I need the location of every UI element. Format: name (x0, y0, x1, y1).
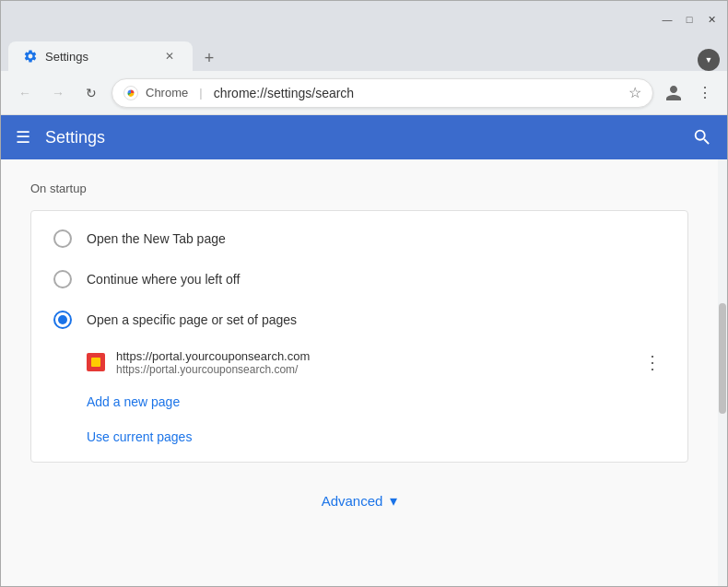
back-button[interactable]: ← (12, 80, 38, 106)
profile-button[interactable]: ▼ (698, 49, 720, 71)
tab-favicon-icon (23, 49, 38, 64)
site-favicon-icon (87, 353, 105, 371)
chrome-logo-icon (123, 86, 138, 100)
window-controls: — □ ✕ (659, 11, 720, 28)
startup-option-3[interactable]: Open a specific page or set of pages (31, 299, 687, 340)
hamburger-menu-icon[interactable]: ☰ (16, 127, 30, 147)
reload-button[interactable]: ↻ (78, 80, 104, 106)
close-button[interactable]: ✕ (703, 11, 720, 28)
forward-button[interactable]: → (45, 80, 71, 106)
content-inner: PC On startup Open the New Tab page Cont… (1, 159, 718, 586)
radio-button-1[interactable] (53, 229, 72, 248)
settings-page-title: Settings (45, 128, 692, 147)
scrollbar[interactable] (718, 159, 727, 586)
startup-option-1-label: Open the New Tab page (87, 231, 226, 246)
address-bar: ← → ↻ Chrome | chrome://settings/search … (1, 71, 727, 115)
url-text: chrome://settings/search (214, 86, 614, 100)
tab-label: Settings (45, 50, 154, 64)
add-new-page-container: Add a new page (31, 384, 687, 419)
search-icon[interactable] (692, 127, 712, 147)
url-entry: https://portal.yourcouponsearch.com http… (31, 340, 687, 384)
startup-option-1[interactable]: Open the New Tab page (31, 218, 687, 259)
advanced-section: Advanced ▾ (30, 477, 688, 524)
chrome-label: Chrome (146, 86, 188, 100)
url-texts: https://portal.yourcouponsearch.com http… (116, 349, 628, 376)
url-secondary-text: https://portal.yourcouponsearch.com/ (116, 363, 628, 376)
advanced-button[interactable]: Advanced (322, 493, 383, 509)
url-separator: | (199, 86, 202, 100)
radio-button-2[interactable] (53, 270, 72, 288)
user-icon[interactable] (661, 80, 687, 106)
use-current-pages-container: Use current pages (31, 419, 687, 454)
active-tab[interactable]: Settings ✕ (8, 41, 193, 71)
content-area: PC On startup Open the New Tab page Cont… (1, 159, 727, 586)
browser-frame: — □ ✕ Settings ✕ + ▼ ← → ↻ (0, 0, 728, 587)
radio-button-3[interactable] (53, 311, 72, 329)
use-current-pages-button[interactable]: Use current pages (87, 429, 192, 444)
startup-option-3-label: Open a specific page or set of pages (87, 312, 297, 327)
maximize-button[interactable]: □ (681, 11, 698, 28)
startup-option-2-label: Continue where you left off (87, 272, 240, 287)
url-entry-menu-button[interactable]: ⋮ (640, 347, 665, 377)
startup-option-2[interactable]: Continue where you left off (31, 259, 687, 299)
browser-menu-icon[interactable]: ⋮ (694, 80, 716, 105)
bookmark-icon[interactable]: ☆ (628, 84, 641, 101)
tabs-bar: Settings ✕ + ▼ (1, 38, 727, 71)
title-bar: — □ ✕ (1, 1, 727, 38)
add-new-page-button[interactable]: Add a new page (87, 394, 180, 409)
startup-options-card: Open the New Tab page Continue where you… (30, 210, 688, 463)
new-tab-button[interactable]: + (196, 45, 222, 71)
settings-header: ☰ Settings (1, 115, 727, 159)
url-primary-text: https://portal.yourcouponsearch.com (116, 349, 628, 363)
tab-close-button[interactable]: ✕ (161, 48, 178, 65)
advanced-arrow-icon[interactable]: ▾ (390, 492, 397, 510)
section-title: On startup (30, 182, 688, 195)
favicon-inner (91, 358, 100, 367)
url-bar[interactable]: Chrome | chrome://settings/search ☆ (112, 78, 653, 108)
minimize-button[interactable]: — (659, 11, 675, 28)
scrollbar-thumb[interactable] (719, 303, 726, 414)
